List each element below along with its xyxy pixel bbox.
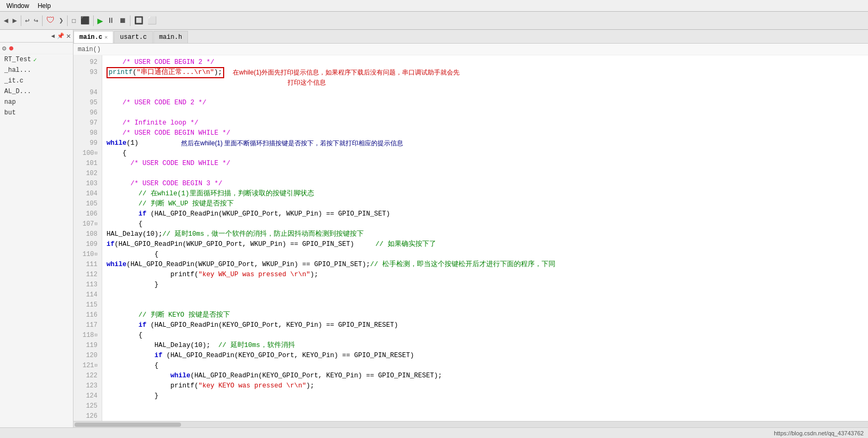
sidebar-toolbar: ⚙ ● (0, 43, 73, 54)
line-number-112: 112 (73, 270, 102, 280)
line-number-108: 108 (73, 229, 102, 239)
line-number-97: 97 (73, 118, 102, 128)
tab-main-h-label: main.h (159, 34, 182, 41)
status-url: https://blog.csdn.net/qq_43743762 (774, 430, 864, 436)
stop-icon[interactable]: ⏹ (117, 15, 128, 26)
close-sidebar-icon[interactable]: ✕ (67, 31, 71, 40)
sidebar-item-hal[interactable]: _hal... (0, 65, 73, 76)
line-number-93: 93 (73, 68, 102, 78)
line-number-101: 101 (73, 159, 102, 169)
line-numbers: 92 93 94 95 96 97 98 99 100 ⊟ 101 102 10… (73, 55, 102, 421)
line-number-106: 106 (73, 209, 102, 219)
file-icon[interactable]: ☐ (70, 15, 77, 26)
tab-main-c[interactable]: main.c ✕ (73, 31, 113, 43)
code-line-102 (102, 169, 868, 179)
menu-help[interactable]: Help (34, 1, 55, 11)
code-line-122: while(HAL_GPIO_ReadPin(KEYO_GPIO_Port, K… (102, 371, 868, 381)
code-line-100: { (102, 148, 868, 159)
shield-icon[interactable]: 🛡 (45, 14, 56, 27)
line-number-126: 126 (73, 411, 102, 421)
sidebar: ◀ 📌 ✕ ⚙ ● RT_Test ✓ _hal... _it.c AL_D..… (0, 30, 73, 427)
toolbar: ◀ ▶ ↩ ↪ 🛡 ❯ ☐ ⬛ ▶ ⏸ ⏹ 🔲 ⬜ (0, 12, 868, 30)
sidebar-item-nap[interactable]: nap (0, 97, 73, 108)
config-icon[interactable]: ⬜ (146, 15, 158, 26)
line-number-96: 96 (73, 108, 102, 118)
sidebar-gear-icon[interactable]: ⚙ (2, 44, 6, 53)
code-line-121: { (102, 361, 868, 371)
sidebar-item-rt-test[interactable]: RT_Test ✓ (0, 54, 73, 65)
rt-test-check-icon: ✓ (33, 56, 37, 63)
toolbar-sep2 (42, 15, 43, 26)
back-icon[interactable]: ◀ (2, 15, 10, 26)
code-line-111: while(HAL_GPIO_ReadPin(WKUP_GPIO_Port, W… (102, 260, 868, 270)
line-number-92: 92 (73, 57, 102, 68)
tab-bar: main.c ✕ usart.c main.h (73, 30, 868, 44)
code-line-94 (102, 88, 868, 98)
line-number-124: 124 (73, 391, 102, 401)
line-number-99: 99 (73, 138, 102, 148)
breadcrumb: main() (78, 46, 101, 53)
sidebar-item-ald[interactable]: AL_D... (0, 86, 73, 97)
line-number-118: 118 ⊟ (73, 330, 102, 341)
line-number-122: 122 (73, 371, 102, 381)
pause-icon[interactable]: ⏸ (105, 15, 116, 26)
redo-icon[interactable]: ↪ (32, 15, 39, 26)
code-line-93-cont: 打印这个信息 (102, 78, 868, 88)
line-number-111: 111 (73, 260, 102, 270)
sidebar-item-but[interactable]: but (0, 108, 73, 118)
line-number-125: 125 (73, 401, 102, 411)
collapse-left-icon[interactable]: ◀ (51, 32, 55, 39)
it-label: _it.c (4, 77, 23, 85)
code-area[interactable]: 92 93 94 95 96 97 98 99 100 ⊟ 101 102 10… (73, 55, 868, 421)
layout-icon[interactable]: 🔲 (133, 15, 145, 26)
breadcrumb-bar: main() (73, 44, 868, 55)
line-number-110: 110 ⊟ (73, 250, 102, 260)
line-number-95: 95 (73, 98, 102, 108)
code-line-107: { (102, 219, 868, 229)
code-line-113: } (102, 280, 868, 290)
line-number-119: 119 (73, 341, 102, 351)
ald-label: AL_D... (4, 88, 31, 95)
hal-label: _hal... (4, 67, 31, 74)
sidebar-item-it[interactable]: _it.c (0, 76, 73, 86)
forward-icon[interactable]: ▶ (11, 15, 18, 26)
code-line-110: { (102, 250, 868, 260)
code-line-118: { (102, 330, 868, 341)
tab-main-c-close[interactable]: ✕ (104, 34, 108, 40)
toolbar-sep1 (21, 15, 21, 26)
tab-usart-c[interactable]: usart.c (114, 31, 152, 43)
sidebar-dot-icon[interactable]: ● (9, 44, 14, 53)
tab-main-c-label: main.c (79, 34, 102, 41)
code-line-117: if (HAL_GPIO_ReadPin(KEYO_GPIO_Port, KEY… (102, 320, 868, 330)
rt-test-label: RT_Test (4, 56, 31, 63)
toolbar-sep3 (67, 15, 68, 26)
pin-icon[interactable]: 📌 (57, 32, 64, 39)
line-number-107: 107 ⊟ (73, 219, 102, 229)
code-line-104: // 在while(1)里面循环扫描，判断读取的按键引脚状态 (102, 189, 868, 199)
toolbar-sep5 (130, 15, 130, 26)
code-line-99: while (1) 然后在while(1) 里面不断循环扫描按键是否按下，若按下… (102, 138, 868, 148)
code-line-120: if (HAL_GPIO_ReadPin(KEYO_GPIO_Port, KEY… (102, 351, 868, 361)
code-line-109: if (HAL_GPIO_ReadPin(WKUP_GPIO_Port, WKU… (102, 239, 868, 250)
code-line-123: printf("key KEYO was pressed \r\n"); (102, 381, 868, 391)
chip-icon[interactable]: ⬛ (79, 15, 91, 26)
play-icon[interactable]: ▶ (96, 14, 105, 28)
line-number-123: 123 (73, 381, 102, 391)
code-line-114 (102, 290, 868, 300)
tab-main-h[interactable]: main.h (153, 31, 188, 43)
scrollbar-thumb[interactable] (75, 423, 181, 427)
sidebar-header: ◀ 📌 ✕ (0, 30, 73, 43)
run-arrow-icon[interactable]: ❯ (58, 15, 65, 26)
tab-usart-c-label: usart.c (120, 34, 146, 41)
code-line-106: if (HAL_GPIO_ReadPin(WKUP_GPIO_Port, WKU… (102, 209, 868, 219)
code-line-101: /* USER CODE END WHILE */ (102, 159, 868, 169)
code-line-108: HAL_Delay(10); // 延时10ms，做一个软件的消抖，防止因抖动而… (102, 229, 868, 239)
line-number-113: 113 (73, 280, 102, 290)
menu-window[interactable]: Window (2, 1, 34, 11)
scrollbar-horizontal[interactable] (73, 421, 868, 427)
undo-icon[interactable]: ↩ (23, 15, 31, 26)
code-line-125 (102, 401, 868, 411)
line-number-117: 117 (73, 320, 102, 330)
code-line-105: // 判断 WK_UP 按键是否按下 (102, 199, 868, 209)
code-lines: /* USER CODE BEGIN 2 */ printf("串口通信正常..… (102, 55, 868, 421)
